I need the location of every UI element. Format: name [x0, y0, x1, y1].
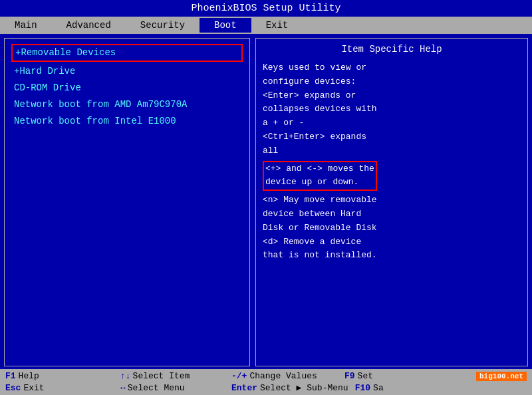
left-panel: +Removable Devices +Hard Drive CD-ROM Dr…	[4, 38, 250, 366]
arrow-updown: ↑↓	[120, 371, 131, 381]
f9-label: F9	[344, 371, 355, 381]
boot-item-network-amd[interactable]: Network boot from AMD Am79C970A	[11, 96, 243, 113]
esc-label: Esc	[5, 383, 21, 393]
boot-item-removable[interactable]: +Removable Devices	[11, 44, 243, 62]
key-enter: Enter Select ▶ Sub-Menu	[231, 382, 348, 393]
menu-security[interactable]: Security	[126, 18, 200, 33]
menu-advanced[interactable]: Advanced	[52, 18, 126, 33]
leftright-desc: Select Menu	[128, 383, 185, 393]
menu-boot[interactable]: Boot	[200, 18, 251, 33]
updown-desc: Select Item	[133, 371, 190, 381]
right-panel: Item Specific Help Keys used to view orc…	[255, 38, 528, 366]
enter-label: Enter	[231, 383, 257, 393]
bottom-bar: F1 Help ↑↓ Select Item -/+ Change Values…	[0, 369, 532, 395]
menu-main[interactable]: Main	[0, 18, 52, 33]
help-highlight: <+> and <-> moves thedevice up or down.	[263, 161, 377, 192]
bottom-row-1: F1 Help ↑↓ Select Item -/+ Change Values…	[3, 370, 529, 382]
boot-item-cdrom[interactable]: CD-ROM Drive	[11, 80, 243, 96]
bottom-rows: F1 Help ↑↓ Select Item -/+ Change Values…	[3, 370, 529, 394]
f9-desc: Set	[358, 371, 373, 381]
bottom-row-2: Esc Exit ↔ Select Menu Enter Select ▶ Su…	[3, 382, 529, 394]
f1-label: F1	[5, 371, 16, 381]
key-plusminus: -/+ Change Values	[231, 371, 338, 381]
plusminus-desc: Change Values	[249, 371, 317, 381]
menu-bar: Main Advanced Security Boot Exit	[0, 17, 532, 34]
menu-exit[interactable]: Exit	[251, 18, 303, 33]
key-f10: F10 Sa	[355, 383, 462, 393]
key-leftright: ↔ Select Menu	[118, 383, 225, 393]
key-updown: ↑↓ Select Item	[118, 371, 225, 381]
title-bar: PhoenixBIOS Setup Utility	[0, 0, 532, 17]
arrow-leftright: ↔	[120, 383, 126, 393]
plusminus-label: -/+	[231, 371, 247, 381]
key-esc: Esc Exit	[5, 383, 112, 393]
f1-desc: Help	[19, 371, 39, 381]
key-f9: F9 Set	[344, 371, 451, 381]
key-f1: F1 Help	[5, 371, 112, 381]
main-content: +Removable Devices +Hard Drive CD-ROM Dr…	[0, 34, 532, 369]
help-extra: <n> May move removabledevice between Har…	[263, 195, 377, 260]
boot-item-network-intel[interactable]: Network boot from Intel E1000	[11, 113, 243, 130]
esc-desc: Exit	[23, 383, 44, 393]
help-line-1: Keys used to view orconfigure devices:<E…	[263, 63, 377, 156]
watermark: big100.net	[476, 372, 527, 381]
help-text: Keys used to view orconfigure devices:<E…	[263, 61, 521, 263]
f10-label: F10	[355, 383, 370, 393]
bios-title: PhoenixBIOS Setup Utility	[191, 3, 340, 14]
enter-desc: Select ▶ Sub-Menu	[260, 382, 348, 393]
boot-item-harddrive[interactable]: +Hard Drive	[11, 63, 243, 80]
help-title: Item Specific Help	[263, 44, 521, 55]
f10-desc: Sa	[373, 383, 384, 393]
